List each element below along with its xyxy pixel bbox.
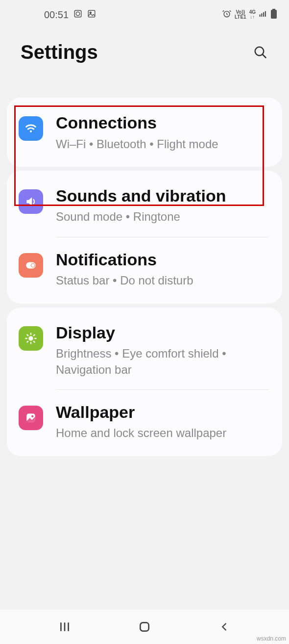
item-title: Sounds and vibration [56,185,269,206]
svg-point-17 [28,336,33,340]
settings-card-connections: Connections Wi–Fi • Bluetooth • Flight m… [7,98,282,167]
nav-home-button[interactable] [130,617,159,637]
item-subtitle: Home and lock screen wallpaper [56,425,269,441]
settings-card-display-wallpaper: Display Brightness • Eye comfort shield … [7,308,282,456]
svg-rect-31 [140,622,148,631]
item-subtitle: Wi–Fi • Bluetooth • Flight mode [56,136,269,152]
search-icon [253,45,268,60]
svg-line-23 [34,341,35,342]
watermark: wsxdn.com [257,635,286,642]
item-title: Display [56,322,269,343]
recents-icon [58,620,71,633]
image-app-icon [87,9,96,21]
svg-point-16 [31,264,35,267]
signal-icon [259,9,267,21]
svg-point-13 [30,130,32,132]
status-left: 00:51 [44,9,96,21]
item-subtitle: Status bar • Do not disturb [56,273,269,288]
brightness-icon [19,326,43,351]
wifi-icon [19,116,43,141]
item-content: Sounds and vibration Sound mode • Ringto… [56,185,269,225]
svg-rect-0 [74,10,81,17]
status-bar: 00:51 Vo)) LTE1 4G ↓↑ [0,0,289,26]
svg-point-27 [31,415,33,417]
settings-card-sounds-notifications: Sounds and vibration Sound mode • Ringto… [7,171,282,304]
svg-line-25 [34,335,35,335]
wallpaper-icon [19,406,43,430]
svg-rect-8 [265,11,266,16]
svg-rect-9 [272,9,275,10]
page-title: Settings [21,41,98,63]
item-title: Notifications [56,249,269,270]
nav-back-button[interactable] [210,617,239,637]
svg-rect-7 [263,12,264,17]
item-content: Notifications Status bar • Do not distur… [56,249,269,289]
item-title: Wallpaper [56,402,269,423]
home-icon [138,620,151,633]
svg-rect-5 [260,14,261,17]
status-clock: 00:51 [44,9,69,21]
back-icon [219,621,230,632]
settings-item-sounds[interactable]: Sounds and vibration Sound mode • Ringto… [7,174,282,237]
svg-rect-10 [271,10,277,19]
settings-item-connections[interactable]: Connections Wi–Fi • Bluetooth • Flight m… [7,101,282,164]
speaker-icon [19,189,43,214]
battery-icon [270,9,277,21]
settings-header: Settings [0,26,289,83]
item-subtitle: Sound mode • Ringtone [56,209,269,225]
data-arrows-icon: ↓↑ [250,15,255,20]
notifications-icon [19,253,43,278]
item-content: Wallpaper Home and lock screen wallpaper [56,402,269,441]
svg-rect-6 [261,13,262,17]
settings-item-display[interactable]: Display Brightness • Eye comfort shield … [7,310,282,389]
item-subtitle: Brightness • Eye comfort shield • Naviga… [56,346,269,378]
svg-line-22 [27,335,28,335]
data-indicator: 4G ↓↑ [249,10,256,20]
status-right: Vo)) LTE1 4G ↓↑ [222,9,277,21]
settings-item-wallpaper[interactable]: Wallpaper Home and lock screen wallpaper [7,390,282,453]
svg-point-3 [90,12,91,13]
svg-line-24 [27,341,28,342]
svg-line-12 [263,54,266,58]
settings-item-notifications[interactable]: Notifications Status bar • Do not distur… [7,237,282,301]
item-content: Display Brightness • Eye comfort shield … [56,322,269,378]
item-content: Connections Wi–Fi • Bluetooth • Flight m… [56,112,269,152]
search-button[interactable] [251,43,270,62]
svg-rect-2 [88,10,95,17]
svg-point-1 [76,12,80,16]
volte-indicator: Vo)) LTE1 [235,10,246,20]
svg-point-11 [255,47,264,55]
nav-recents-button[interactable] [50,617,79,637]
clock-app-icon [73,9,82,21]
item-title: Connections [56,112,269,133]
alarm-icon [222,9,232,21]
navigation-bar [0,610,289,644]
